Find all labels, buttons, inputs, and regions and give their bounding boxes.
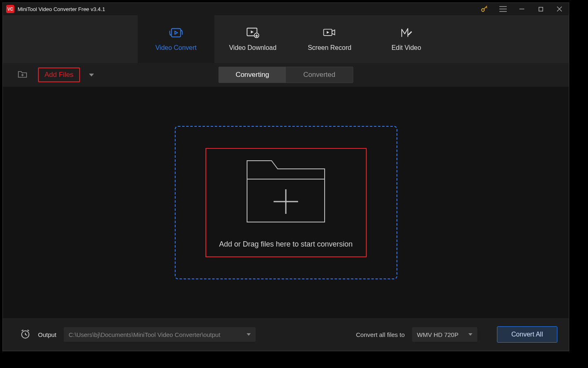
add-files-dropdown-icon[interactable] <box>89 74 94 76</box>
menu-icon[interactable] <box>494 3 512 15</box>
chevron-down-icon <box>247 333 251 336</box>
convert-all-files-to-label: Convert all files to <box>356 331 405 338</box>
tab-label: Video Download <box>229 44 276 52</box>
tab-video-convert[interactable]: Video Convert <box>138 15 214 63</box>
segment-converted[interactable]: Converted <box>286 67 353 83</box>
tab-video-download[interactable]: Video Download <box>214 15 291 63</box>
add-files-group: Add Files <box>18 67 94 82</box>
drop-zone-inner[interactable]: Add or Drag files here to start conversi… <box>205 148 367 257</box>
tab-screen-record[interactable]: Screen Record <box>291 15 368 63</box>
app-window: VC MiniTool Video Converter Free v3.4.1 <box>2 2 569 351</box>
tab-label: Video Convert <box>155 44 196 52</box>
svg-rect-8 <box>172 28 180 37</box>
svg-marker-13 <box>251 30 254 33</box>
status-segmented: Converting Converted <box>218 67 353 83</box>
tab-label: Edit Video <box>392 44 421 52</box>
convert-all-button[interactable]: Convert All <box>497 326 557 343</box>
folder-plus-icon[interactable] <box>18 70 27 80</box>
maximize-button[interactable] <box>531 3 550 15</box>
title-bar: VC MiniTool Video Converter Free v3.4.1 <box>3 3 569 15</box>
upgrade-key-icon[interactable] <box>475 3 494 15</box>
drop-zone-text: Add or Drag files here to start conversi… <box>219 240 352 249</box>
segment-converting[interactable]: Converting <box>219 67 286 83</box>
output-label: Output <box>38 331 56 338</box>
output-format-value: WMV HD 720P <box>417 331 459 338</box>
svg-point-0 <box>481 9 484 11</box>
window-title: MiniTool Video Converter Free v3.4.1 <box>18 6 105 12</box>
minimize-button[interactable] <box>512 3 531 15</box>
main-nav: Video Convert Video Download Screen Reco… <box>3 15 569 63</box>
add-files-button[interactable]: Add Files <box>38 67 80 82</box>
footer: Output C:\Users\bj\Documents\MiniTool Vi… <box>3 318 569 351</box>
convert-all-button-label: Convert All <box>511 331 543 338</box>
tab-label: Screen Record <box>308 44 352 52</box>
schedule-icon[interactable] <box>20 329 31 341</box>
output-path-select[interactable]: C:\Users\bj\Documents\MiniTool Video Con… <box>64 327 256 342</box>
folder-add-large-icon <box>243 157 329 228</box>
svg-marker-16 <box>327 31 329 34</box>
app-logo-icon: VC <box>6 5 14 13</box>
output-format-select[interactable]: WMV HD 720P <box>412 327 477 342</box>
drop-zone[interactable]: Add or Drag files here to start conversi… <box>175 126 397 279</box>
add-files-label: Add Files <box>45 71 74 79</box>
tab-edit-video[interactable]: Edit Video <box>368 15 445 63</box>
toolbar: Add Files Converting Converted <box>3 63 569 87</box>
output-path-text: C:\Users\bj\Documents\MiniTool Video Con… <box>69 331 220 338</box>
svg-marker-11 <box>175 31 178 34</box>
svg-rect-5 <box>539 7 543 11</box>
close-button[interactable] <box>550 3 569 15</box>
chevron-down-icon <box>468 333 472 336</box>
workspace: Add or Drag files here to start conversi… <box>3 87 569 318</box>
